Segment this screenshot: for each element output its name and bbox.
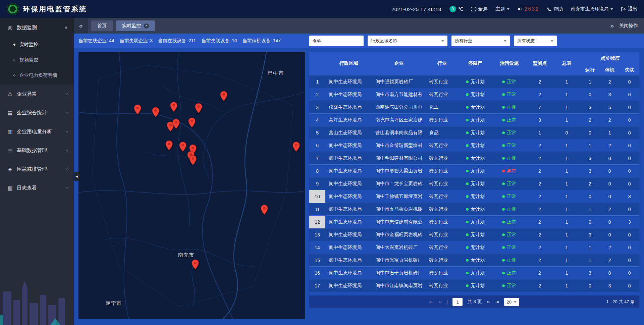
table-row[interactable]: 11 阆中生态环境局 阆中市五马桥页岩机砖 砖瓦行业 无计划 — [309, 203, 639, 215]
map-pin-icon[interactable] — [189, 155, 197, 165]
cell-stopped: 2 — [600, 245, 620, 250]
table-row[interactable]: 9 阆中生态环境局 阆中市二龙长宝页岩砖 砖瓦行业 无计划 — [309, 177, 639, 190]
map-canvas[interactable]: 巴中市南充市遂宁市 — [78, 52, 305, 319]
cell-total-meters: 1 — [553, 168, 580, 174]
current-page-input[interactable]: 1 — [452, 298, 463, 306]
map-pin-icon[interactable] — [165, 140, 173, 151]
map-pin-icon[interactable] — [172, 119, 180, 129]
tabs-scroll-left-button[interactable]: « — [74, 18, 88, 34]
cell-industry: 砖瓦行业 — [426, 79, 458, 85]
cell-industry: 砖瓦行业 — [426, 168, 458, 174]
industry-filter-select[interactable]: 所有行业 — [451, 36, 510, 46]
sidebar-group-data-monitor[interactable]: ◎ 数据监测 ∨ — [0, 18, 74, 37]
map-pin-icon[interactable] — [170, 102, 177, 112]
cell-company: 阆中市枣碧大梁山页岩 — [372, 168, 426, 174]
header-monitor: 监测点 — [526, 52, 553, 75]
map-pin-icon[interactable] — [292, 142, 300, 152]
tabs-scroll-right-button[interactable]: » — [610, 22, 614, 30]
map-pin-icon[interactable] — [133, 104, 141, 115]
alert-icon: ⚠ — [6, 91, 14, 97]
header-region: 行政区域 — [325, 52, 372, 75]
table-row[interactable]: 3 仪陇生态环境局 西南油气田分公司川中 化工 无计划 — [309, 101, 639, 113]
cell-monitor-points: 3 — [526, 117, 553, 123]
row-index: 8 — [309, 165, 325, 177]
close-operations-button[interactable]: 关闭操作 — [619, 23, 638, 29]
sidebar-group-power-analysis[interactable]: ▥ 企业用电量分析 ‹ — [0, 122, 74, 141]
map-pin-icon[interactable] — [179, 142, 186, 152]
logout-icon — [621, 7, 626, 11]
map-pin-icon[interactable] — [188, 117, 196, 128]
org-dropdown[interactable]: 南充市生态环境局 — [571, 6, 613, 12]
logout-button[interactable]: 退出 — [621, 6, 637, 12]
table-row[interactable]: 2 阆中生态环境局 阆中市南方节能建材有 砖瓦行业 无计划 — [309, 88, 639, 101]
page-size-select[interactable]: 20 — [504, 298, 519, 306]
map-pin-icon[interactable] — [192, 259, 199, 270]
table-row[interactable]: 8 阆中生态环境局 阆中市枣碧大梁山页岩 砖瓦行业 无计划 — [309, 164, 639, 177]
tab-home[interactable]: 首页 — [91, 20, 113, 31]
cell-running: 0 — [580, 219, 600, 225]
cell-stopped: 0 — [600, 194, 620, 199]
table-row[interactable]: 16 阆中生态环境局 阆中市石子页岩机砖厂 砖瓦行业 无计划 — [309, 266, 639, 279]
sidebar-group-enterprise-abnormal[interactable]: ⚠ 企业异常 ‹ — [0, 85, 74, 103]
table-row[interactable]: 4 高坪生态环境局 南充市高坪区王家店建 砖瓦行业 无计划 — [309, 113, 639, 126]
map-collapse-button[interactable]: ◀ — [74, 172, 79, 181]
table-row[interactable]: 14 阆中生态环境局 阆中大兴页岩机砖厂 砖瓦行业 无计划 — [309, 241, 639, 254]
sidebar-item-power-load-detail[interactable]: 企业电力负荷明细 — [0, 68, 74, 83]
map-pin-icon[interactable] — [195, 103, 203, 113]
last-page-button[interactable]: ⇥ — [494, 299, 499, 306]
cell-running: 3 — [580, 168, 600, 174]
header-running: 运行 — [580, 65, 600, 75]
close-icon[interactable]: ✕ — [144, 23, 149, 29]
production-status-badge: 无计划 — [466, 206, 485, 212]
cell-region: 阆中生态环境局 — [325, 168, 372, 174]
table-row[interactable]: 13 阆中生态环境局 阆中市金福旺页岩机砖 砖瓦行业 无计划 — [309, 228, 639, 241]
table-row[interactable]: 15 阆中生态环境局 阆中市光富页岩机砖厂 砖瓦行业 无计划 — [309, 254, 639, 266]
sidebar-group-logs[interactable]: ▧ 日志查看 ‹ — [0, 178, 74, 197]
next-page-button[interactable]: » — [487, 299, 490, 305]
cell-region: 仪陇生态环境局 — [325, 104, 372, 110]
sidebar-item-video-monitor[interactable]: 视频监控 — [0, 52, 74, 68]
chevron-down-icon: ∨ — [64, 25, 68, 30]
fullscreen-button[interactable]: 全屏 — [471, 6, 487, 12]
notice-area[interactable]: 2632 — [518, 6, 539, 12]
table-row[interactable]: 1 阆中生态环境局 阆中强锐页岩砖厂 砖瓦行业 无计划 — [309, 75, 639, 88]
chevron-left-icon: ◀ — [76, 175, 78, 178]
table-row[interactable]: 7 阆中生态环境局 阆中明阳建材有限公司 砖瓦行业 无计划 — [309, 152, 639, 164]
cell-region: 阆中生态环境局 — [325, 257, 372, 263]
table-row[interactable]: 12 阆中生态环境局 阆中市忠信建材有限公 砖瓦行业 无计划 — [309, 215, 639, 228]
table-row[interactable]: 6 阆中生态环境局 阆中市金博瑞新型墙材 砖瓦行业 无计划 — [309, 139, 639, 152]
cell-company: 阆中千佛镇五郎垭页岩 — [372, 194, 426, 200]
cell-stopped: 0 — [600, 168, 620, 174]
enterprise-table-panel: 行政区域 企业 行业 停限产 治污设施 监测点 总表 点位状态 运行 停机 失联 — [309, 52, 639, 319]
cell-company: 阆中市忠信建材有限公 — [372, 219, 426, 225]
sidebar-group-enterprise-statistics[interactable]: ▤ 企业综合统计 ‹ — [0, 103, 74, 122]
cell-offline: 0 — [620, 168, 639, 174]
map-pin-icon[interactable] — [220, 91, 227, 101]
sidebar-item-realtime-monitor[interactable]: 实时监控 — [0, 37, 74, 52]
chevron-left-icon: ‹ — [66, 129, 68, 134]
first-page-button[interactable]: ⇤ — [429, 299, 434, 306]
help-button[interactable]: 帮助 — [547, 6, 563, 12]
map-pin-icon[interactable] — [261, 205, 268, 215]
cell-total-meters: 1 — [553, 92, 580, 97]
cell-monitor-points: 2 — [526, 168, 553, 174]
theme-dropdown[interactable]: 主题 — [495, 6, 509, 12]
cell-stopped: 2 — [600, 79, 620, 85]
tab-realtime-monitor[interactable]: 实时监控 ✕ — [116, 20, 155, 31]
cell-offline: 0 — [620, 130, 639, 136]
name-filter-input[interactable] — [309, 36, 364, 46]
sidebar-group-base-data[interactable]: ≣ 基础数据管理 ‹ — [0, 141, 74, 160]
sidebar-group-emergency[interactable]: ◈ 应急减排管理 ‹ — [0, 160, 74, 178]
notice-count: 2632 — [524, 6, 539, 12]
map-pin-icon[interactable] — [152, 107, 159, 117]
region-filter-select[interactable]: 行政区域名称 — [368, 36, 447, 46]
table-row[interactable]: 10 阆中生态环境局 阆中千佛镇五郎垭页岩 砖瓦行业 无计划 — [309, 190, 639, 203]
cell-region: 阆中生态环境局 — [325, 92, 372, 98]
table-row[interactable]: 17 阆中生态环境局 阆中市江南镇阆南页岩 砖瓦行业 无计划 — [309, 279, 639, 292]
status-dot-icon — [466, 208, 469, 211]
status-filter-select[interactable]: 所有状态 — [514, 36, 557, 46]
prev-page-button[interactable]: « — [439, 299, 442, 305]
status-dot-icon — [502, 284, 505, 287]
table-row[interactable]: 5 营山生态环境局 营山县润丰肉食品有限 食品 无计划 — [309, 126, 639, 139]
cell-region: 阆中生态环境局 — [325, 206, 372, 212]
